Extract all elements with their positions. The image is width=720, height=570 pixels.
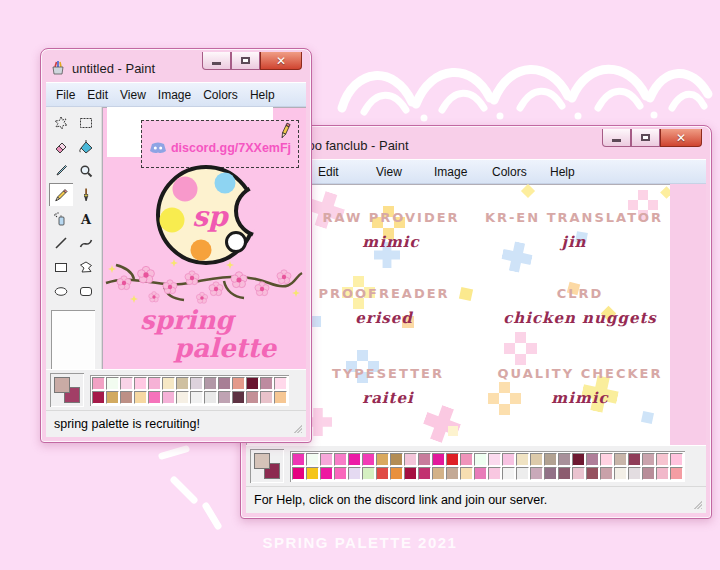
palette-swatch[interactable] (474, 453, 487, 466)
palette-swatch[interactable] (614, 467, 627, 480)
maximize-button[interactable] (231, 52, 260, 70)
tool-line[interactable] (49, 231, 73, 254)
tool-pencil[interactable] (49, 183, 73, 206)
palette-swatch[interactable] (106, 391, 119, 404)
palette-swatch[interactable] (474, 467, 487, 480)
tool-rounded-rectangle[interactable] (74, 279, 98, 302)
current-colors[interactable] (50, 373, 84, 407)
tool-text[interactable]: A (74, 207, 98, 230)
palette-swatch[interactable] (190, 391, 203, 404)
palette-swatch[interactable] (670, 453, 683, 466)
tool-curve[interactable] (74, 231, 98, 254)
primary-color-swatch[interactable] (254, 453, 270, 469)
palette-swatch[interactable] (390, 453, 403, 466)
palette-swatch[interactable] (558, 453, 571, 466)
palette-swatch[interactable] (460, 467, 473, 480)
palette-swatch[interactable] (162, 391, 175, 404)
palette-swatch[interactable] (292, 453, 305, 466)
tool-select[interactable] (74, 111, 98, 134)
palette-swatch[interactable] (418, 467, 431, 480)
close-button[interactable]: ✕ (660, 129, 702, 147)
palette-swatch[interactable] (516, 467, 529, 480)
palette-swatch[interactable] (246, 391, 259, 404)
palette-swatch[interactable] (176, 377, 189, 390)
palette-swatch[interactable] (320, 453, 333, 466)
palette-swatch[interactable] (642, 453, 655, 466)
menu-item-colors[interactable]: Colors (482, 165, 540, 179)
palette-swatch[interactable] (120, 377, 133, 390)
resize-grip[interactable] (293, 424, 302, 433)
palette-swatch[interactable] (530, 453, 543, 466)
palette-swatch[interactable] (348, 453, 361, 466)
palette-swatch[interactable] (148, 377, 161, 390)
palette-swatch[interactable] (232, 391, 245, 404)
menu-item-edit[interactable]: Edit (308, 165, 366, 179)
menu-item-help[interactable]: Help (540, 165, 598, 179)
palette-swatch[interactable] (390, 467, 403, 480)
palette-swatch[interactable] (362, 467, 375, 480)
titlebar[interactable]: gongyoo fanclub - Paint ✕ (246, 131, 706, 159)
minimize-button[interactable] (202, 52, 231, 70)
palette-swatch[interactable] (614, 453, 627, 466)
palette-swatch[interactable] (92, 391, 105, 404)
palette-swatch[interactable] (446, 453, 459, 466)
palette-swatch[interactable] (432, 453, 445, 466)
tool-color-picker[interactable] (49, 159, 73, 182)
menu-item-image[interactable]: Image (158, 88, 191, 102)
palette-swatch[interactable] (488, 453, 501, 466)
paint-canvas[interactable]: discord.gg/7XXemFj (102, 107, 306, 369)
palette-swatch[interactable] (148, 391, 161, 404)
discord-link-text[interactable]: discord.gg/7XXemFj (171, 141, 291, 155)
palette-swatch[interactable] (642, 467, 655, 480)
menu-item-help[interactable]: Help (250, 88, 275, 102)
tool-magnifier[interactable] (74, 159, 98, 182)
palette-swatch[interactable] (530, 467, 543, 480)
menu-item-edit[interactable]: Edit (87, 88, 108, 102)
minimize-button[interactable] (602, 129, 631, 147)
tool-free-form-select[interactable] (49, 111, 73, 134)
palette-swatch[interactable] (670, 467, 683, 480)
current-colors[interactable] (250, 449, 284, 483)
palette-swatch[interactable] (260, 377, 273, 390)
palette-swatch[interactable] (628, 453, 641, 466)
palette-swatch[interactable] (204, 377, 217, 390)
palette-swatch[interactable] (460, 453, 473, 466)
palette-swatch[interactable] (572, 453, 585, 466)
primary-color-swatch[interactable] (54, 377, 70, 393)
palette-swatch[interactable] (348, 467, 361, 480)
palette-swatch[interactable] (572, 467, 585, 480)
tool-fill[interactable] (74, 135, 98, 158)
menu-item-view[interactable]: View (120, 88, 146, 102)
tool-brush[interactable] (74, 183, 98, 206)
palette-swatch[interactable] (502, 467, 515, 480)
palette-swatch[interactable] (656, 467, 669, 480)
palette-swatch[interactable] (190, 377, 203, 390)
palette-swatch[interactable] (320, 467, 333, 480)
palette-swatch[interactable] (488, 467, 501, 480)
palette-swatch[interactable] (544, 467, 557, 480)
palette-swatch[interactable] (362, 453, 375, 466)
palette-swatch[interactable] (376, 453, 389, 466)
palette-swatch[interactable] (334, 467, 347, 480)
tool-eraser[interactable] (49, 135, 73, 158)
palette-swatch[interactable] (628, 467, 641, 480)
palette-swatch[interactable] (246, 377, 259, 390)
palette-swatch[interactable] (600, 453, 613, 466)
palette-swatch[interactable] (446, 467, 459, 480)
palette-swatch[interactable] (106, 377, 119, 390)
palette-swatch[interactable] (516, 453, 529, 466)
palette-swatch[interactable] (292, 467, 305, 480)
palette-swatch[interactable] (656, 453, 669, 466)
palette-swatch[interactable] (176, 391, 189, 404)
close-button[interactable]: ✕ (260, 52, 302, 70)
palette-swatch[interactable] (404, 467, 417, 480)
tool-ellipse[interactable] (49, 279, 73, 302)
palette-swatch[interactable] (274, 377, 287, 390)
palette-swatch[interactable] (586, 467, 599, 480)
resize-grip[interactable] (693, 500, 702, 509)
menu-item-view[interactable]: View (366, 165, 424, 179)
palette-swatch[interactable] (232, 377, 245, 390)
titlebar[interactable]: untitled - Paint ✕ (46, 54, 306, 82)
palette-swatch[interactable] (600, 467, 613, 480)
menu-item-colors[interactable]: Colors (203, 88, 238, 102)
